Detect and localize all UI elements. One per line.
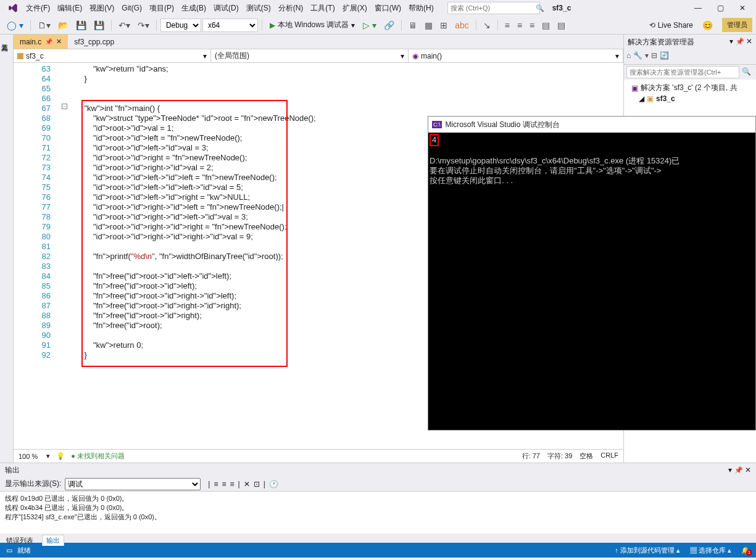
- notifications-icon[interactable]: 🔔1: [741, 546, 750, 554]
- out-btn-5[interactable]: ⊡: [254, 480, 260, 488]
- out-btn-1[interactable]: ≡: [214, 480, 218, 488]
- config-select[interactable]: Debug: [160, 19, 201, 32]
- lightbulb-icon[interactable]: 💡: [56, 452, 65, 460]
- bottom-statusbar: ▭ 就绪 ↑ 添加到源代码管理 ▴ ▦ 选择仓库 ▴ 🔔1: [0, 543, 756, 558]
- add-to-source-control[interactable]: ↑ 添加到源代码管理 ▴: [615, 546, 680, 555]
- se-home-icon[interactable]: ⌂: [626, 51, 631, 63]
- status-rect-icon[interactable]: ▭: [6, 546, 12, 554]
- se-search-input[interactable]: [626, 66, 739, 78]
- project-icon: [17, 53, 23, 59]
- tb-icon-7[interactable]: ≡: [514, 19, 525, 32]
- menu-test[interactable]: 测试(S): [243, 1, 275, 16]
- menu-file[interactable]: 文件(F): [22, 1, 54, 16]
- pin-icon[interactable]: 📌: [734, 466, 743, 474]
- attach-button[interactable]: 🔗: [381, 19, 397, 32]
- close-icon[interactable]: ✕: [746, 37, 752, 46]
- live-share-button[interactable]: ⟲ Live Share: [644, 20, 698, 31]
- output-panel: 输出 ▾ 📌 ✕ 显示输出来源(S): 调试 | ≡ ≡ ≡ | ✕ ⊡ | 🕐…: [0, 463, 756, 543]
- se-sync-icon[interactable]: 🔄: [660, 51, 669, 63]
- se-dropdown-icon[interactable]: ▾: [729, 37, 733, 46]
- open-button[interactable]: 📂: [55, 19, 72, 32]
- run-without-debug-button[interactable]: ▷ ▾: [360, 19, 380, 32]
- undo-button[interactable]: ↶▾: [115, 19, 133, 32]
- toolbar: ◯ ▾ 🗋▾ 📂 💾 💾 ↶▾ ↷▾ Debug x64 ▶本地 Windows…: [0, 16, 756, 35]
- menu-help[interactable]: 帮助(H): [405, 1, 438, 16]
- out-dropdown-icon[interactable]: ▾: [728, 466, 732, 474]
- close-icon[interactable]: ✕: [745, 466, 751, 474]
- pin-icon[interactable]: 📌: [736, 38, 744, 45]
- menu-git[interactable]: Git(G): [118, 1, 146, 15]
- project-item[interactable]: ◢ ▣ sf3_c: [626, 94, 754, 104]
- feedback-button[interactable]: 😊: [699, 19, 716, 32]
- console-title-text: Microsoft Visual Studio 调试控制台: [446, 120, 560, 130]
- zoom-level[interactable]: 100 %: [19, 453, 38, 460]
- tb-icon-5[interactable]: ↘: [480, 19, 494, 32]
- close-button[interactable]: ✕: [731, 1, 754, 15]
- close-icon[interactable]: ✕: [56, 38, 62, 46]
- console-line: D:\mysetup\gopath\src\dsy\sf3_c\x64\Debu…: [430, 156, 754, 166]
- eol-mode[interactable]: CRLF: [600, 451, 618, 461]
- tab-sf3-cpp[interactable]: sf3_cpp.cpp: [68, 35, 120, 49]
- se-toolbar: ⌂ 🔧 ▾ ⊟ 🔄: [624, 50, 756, 65]
- platform-select[interactable]: x64: [202, 19, 258, 32]
- run-debugger-button[interactable]: ▶本地 Windows 调试器 ▾: [266, 19, 359, 31]
- issues-status[interactable]: ● 未找到相关问题: [71, 451, 125, 461]
- menubar: 文件(F) 编辑(E) 视图(V) Git(G) 项目(P) 生成(B) 调试(…: [0, 0, 756, 16]
- tb-icon-4[interactable]: abc: [452, 19, 472, 32]
- indent-mode[interactable]: 空格: [579, 451, 593, 461]
- project-name: sf3_c: [552, 4, 571, 12]
- tb-icon-6[interactable]: ≡: [502, 19, 513, 32]
- select-repo[interactable]: ▦ 选择仓库 ▴: [690, 546, 731, 555]
- tab-main-c[interactable]: main.c 📌 ✕: [14, 35, 68, 49]
- nav-scope[interactable]: (全局范围)▾: [211, 49, 409, 62]
- out-btn-4[interactable]: ✕: [244, 480, 250, 488]
- menu-tools[interactable]: 工具(T): [307, 1, 338, 16]
- out-btn-2[interactable]: ≡: [222, 480, 226, 488]
- tb-icon-2[interactable]: ▦: [422, 19, 436, 32]
- toolbox-sidebar[interactable]: 工具箱: [0, 35, 14, 463]
- menu-view[interactable]: 视图(V): [86, 1, 118, 16]
- nav-bar: sf3_c▾ (全局范围)▾ ◉main()▾: [14, 49, 623, 63]
- nav-back-button[interactable]: ◯ ▾: [4, 19, 27, 32]
- se-refresh-icon[interactable]: ⊟: [651, 51, 657, 63]
- nav-project[interactable]: sf3_c▾: [14, 49, 211, 62]
- menu-debug[interactable]: 调试(D): [210, 1, 243, 16]
- search-box[interactable]: 🔍: [447, 2, 540, 14]
- menu-edit[interactable]: 编辑(E): [54, 1, 86, 16]
- tb-icon-9[interactable]: ▤: [539, 19, 553, 32]
- minimize-button[interactable]: —: [687, 1, 709, 15]
- console-titlebar[interactable]: C:\ Microsoft Visual Studio 调试控制台: [428, 117, 755, 133]
- search-icon: 🔍: [536, 4, 544, 12]
- search-input[interactable]: [451, 4, 536, 12]
- debug-console-window[interactable]: C:\ Microsoft Visual Studio 调试控制台 4 D:\m…: [428, 116, 756, 430]
- menu-extensions[interactable]: 扩展(X): [339, 1, 371, 16]
- menu-analyze[interactable]: 分析(N): [275, 1, 307, 16]
- maximize-button[interactable]: ▢: [709, 1, 731, 15]
- cursor-line: 行: 77: [522, 451, 540, 461]
- se-prop-icon[interactable]: 🔧: [633, 51, 642, 63]
- tb-icon-3[interactable]: ⊞: [437, 19, 451, 32]
- save-button[interactable]: 💾: [73, 19, 89, 32]
- out-btn-6[interactable]: 🕐: [269, 480, 278, 488]
- nav-member[interactable]: ◉main()▾: [409, 49, 623, 62]
- new-item-button[interactable]: 🗋▾: [35, 19, 54, 32]
- tab-output[interactable]: 输出: [42, 535, 64, 546]
- pin-icon[interactable]: 📌: [45, 38, 52, 45]
- menu-project[interactable]: 项目(P): [146, 1, 178, 16]
- output-source-label: 显示输出来源(S):: [5, 479, 61, 489]
- menu-build[interactable]: 生成(B): [178, 1, 210, 16]
- menu-window[interactable]: 窗口(W): [371, 1, 405, 16]
- out-btn-3[interactable]: ≡: [230, 480, 235, 488]
- solution-root[interactable]: ▣解决方案 'sf3_c' (2 个项目, 共: [626, 82, 754, 94]
- search-icon[interactable]: 🔍: [739, 66, 754, 78]
- tb-icon-1[interactable]: 🖥: [405, 19, 420, 32]
- save-all-button[interactable]: 💾: [91, 19, 107, 32]
- tb-icon-10[interactable]: ▤: [554, 19, 568, 32]
- output-text[interactable]: 线程 0x19d0 已退出，返回值为 0 (0x0)。线程 0x4b34 已退出…: [0, 492, 756, 533]
- tab-label: main.c: [20, 38, 41, 46]
- output-source-select[interactable]: 调试: [65, 478, 201, 490]
- redo-button[interactable]: ↷▾: [135, 19, 152, 32]
- tb-icon-8[interactable]: ≡: [526, 19, 538, 32]
- tab-error-list[interactable]: 错误列表: [2, 535, 37, 546]
- console-line: 按任意键关闭此窗口. . .: [430, 176, 754, 186]
